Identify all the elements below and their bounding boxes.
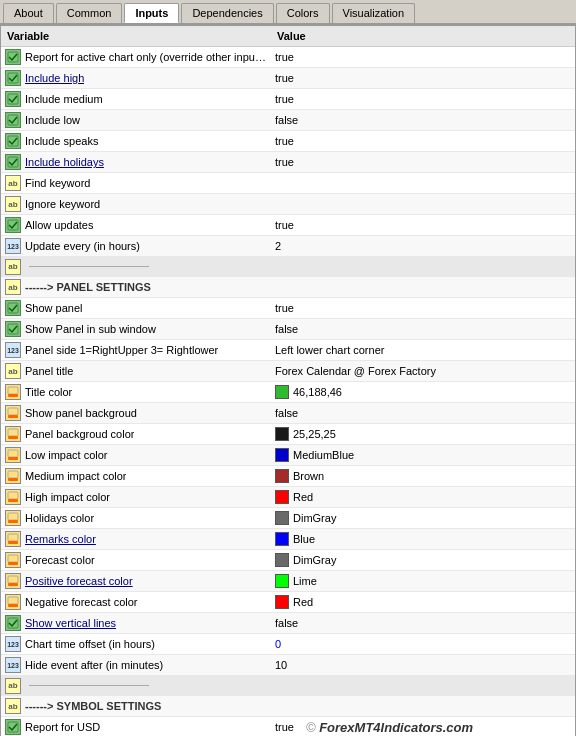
table-row: Panel backgroud color 25,25,25	[1, 424, 575, 445]
color-swatch	[275, 448, 289, 462]
row-value: true	[271, 300, 575, 316]
color-swatch	[275, 553, 289, 567]
row-label: Low impact color	[25, 449, 108, 461]
row-label[interactable]: Include holidays	[25, 156, 104, 168]
row-value-text: 0	[275, 638, 281, 650]
row-value-text: false	[275, 114, 298, 126]
row-value: false	[271, 405, 575, 421]
row-variable: Include high	[1, 68, 271, 88]
color-swatch	[275, 595, 289, 609]
svg-rect-10	[8, 394, 18, 397]
row-variable: ab ------> PANEL SETTINGS	[1, 277, 271, 297]
table-row: Show panel true	[1, 298, 575, 319]
color-icon	[5, 405, 21, 421]
row-value: 46,188,46	[271, 383, 575, 401]
row-variable: ab Find keyword	[1, 173, 271, 193]
row-value	[271, 202, 575, 206]
bool-icon	[5, 719, 21, 735]
row-label: Include medium	[25, 93, 103, 105]
row-value-text: true	[275, 721, 294, 733]
table-row: Holidays color DimGray	[1, 508, 575, 529]
row-value-text: false	[275, 323, 298, 335]
table-row: Positive forecast color Lime	[1, 571, 575, 592]
row-value-text: Forex Calendar @ Forex Factory	[275, 365, 436, 377]
row-label: Show panel backgroud	[25, 407, 137, 419]
svg-rect-28	[8, 583, 18, 586]
svg-rect-26	[8, 562, 18, 565]
svg-rect-11	[8, 408, 18, 415]
row-value-text: DimGray	[293, 554, 336, 566]
row-value: DimGray	[271, 509, 575, 527]
table-header: Variable Value	[1, 26, 575, 47]
row-label: Panel title	[25, 365, 73, 377]
row-value-text: Left lower chart corner	[275, 344, 384, 356]
table-row: Show Panel in sub window false	[1, 319, 575, 340]
row-value	[271, 684, 575, 688]
row-value-text: true	[275, 156, 294, 168]
row-label: Report for USD	[25, 721, 100, 733]
row-value: false	[271, 615, 575, 631]
table-row: Include low false	[1, 110, 575, 131]
row-label[interactable]: Remarks color	[25, 533, 96, 545]
svg-rect-18	[8, 478, 18, 481]
table-row: Title color 46,188,46	[1, 382, 575, 403]
row-variable: Medium impact color	[1, 466, 271, 486]
color-icon	[5, 552, 21, 568]
ab-icon: ab	[5, 363, 21, 379]
ab-icon: ab	[5, 678, 21, 694]
svg-rect-13	[8, 429, 18, 436]
row-variable: Title color	[1, 382, 271, 402]
row-variable: Show vertical lines	[1, 613, 271, 633]
table-row: Include holidays true	[1, 152, 575, 173]
ab-icon: ab	[5, 698, 21, 714]
tab-visualization[interactable]: Visualization	[332, 3, 416, 23]
svg-rect-24	[8, 541, 18, 544]
row-value	[271, 285, 575, 289]
row-label[interactable]: Show vertical lines	[25, 617, 116, 629]
row-value: true	[271, 217, 575, 233]
bool-icon	[5, 300, 21, 316]
separator-line	[25, 685, 267, 686]
row-value-text: true	[275, 51, 294, 63]
color-icon	[5, 531, 21, 547]
ab-icon: ab	[5, 175, 21, 191]
row-label: Panel side 1=RightUpper 3= Rightlower	[25, 344, 218, 356]
row-variable: ab	[1, 676, 271, 696]
tab-inputs[interactable]: Inputs	[124, 3, 179, 23]
row-value: Blue	[271, 530, 575, 548]
row-variable: Low impact color	[1, 445, 271, 465]
watermark-text: © ForexMT4Indicators.com	[306, 720, 473, 735]
table-row: 123 Chart time offset (in hours) 0	[1, 634, 575, 655]
svg-rect-16	[8, 457, 18, 460]
row-label: Forecast color	[25, 554, 95, 566]
table-row: 123 Panel side 1=RightUpper 3= Rightlowe…	[1, 340, 575, 361]
row-variable: Include medium	[1, 89, 271, 109]
table-row: 123 Update every (in hours) 2	[1, 236, 575, 257]
row-label[interactable]: Include high	[25, 72, 84, 84]
num-icon: 123	[5, 657, 21, 673]
row-variable: 123 Panel side 1=RightUpper 3= Rightlowe…	[1, 340, 271, 360]
svg-rect-15	[8, 450, 18, 457]
row-label: Allow updates	[25, 219, 94, 231]
tab-about[interactable]: About	[3, 3, 54, 23]
row-label: Report for active chart only (override o…	[25, 51, 267, 63]
row-label: Ignore keyword	[25, 198, 100, 210]
row-label[interactable]: Positive forecast color	[25, 575, 133, 587]
svg-rect-14	[8, 436, 18, 439]
svg-rect-27	[8, 576, 18, 583]
row-variable: ab Ignore keyword	[1, 194, 271, 214]
color-icon	[5, 489, 21, 505]
tab-dependencies[interactable]: Dependencies	[181, 3, 273, 23]
row-value-text: Lime	[293, 575, 317, 587]
table-row: ab	[1, 676, 575, 696]
tab-common[interactable]: Common	[56, 3, 123, 23]
tab-colors[interactable]: Colors	[276, 3, 330, 23]
table-row: ab ------> SYMBOL SETTINGS	[1, 696, 575, 717]
row-variable: Report for USD	[1, 717, 271, 736]
table-row: 123 Hide event after (in minutes) 10	[1, 655, 575, 676]
table-row: Forecast color DimGray	[1, 550, 575, 571]
table-row: ab Find keyword	[1, 173, 575, 194]
row-label: Hide event after (in minutes)	[25, 659, 163, 671]
header-value: Value	[277, 30, 569, 42]
row-label: Medium impact color	[25, 470, 126, 482]
